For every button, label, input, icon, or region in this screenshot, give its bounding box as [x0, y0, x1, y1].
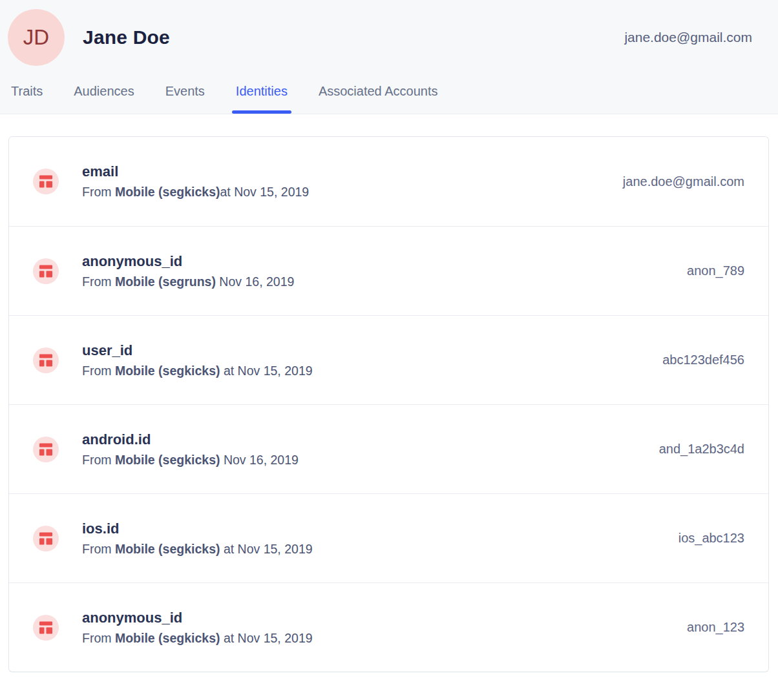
layout-template-icon	[33, 347, 59, 373]
identity-source-line: From Mobile (segkicks) at Nov 15, 2019	[82, 364, 647, 378]
identity-row: email From Mobile (segkicks)at Nov 15, 2…	[9, 137, 768, 226]
identity-row-main: android.id From Mobile (segkicks) Nov 16…	[82, 431, 644, 468]
identity-from-label: From	[82, 274, 115, 289]
profile-header: JD Jane Doe jane.doe@gmail.com Traits Au…	[0, 0, 778, 114]
identity-row: ios.id From Mobile (segkicks) at Nov 15,…	[9, 493, 768, 582]
identity-row: anonymous_id From Mobile (segkicks) at N…	[9, 582, 768, 672]
identity-row-main: user_id From Mobile (segkicks) at Nov 15…	[82, 342, 647, 378]
identity-from-label: From	[82, 631, 115, 645]
identity-row: android.id From Mobile (segkicks) Nov 16…	[9, 404, 768, 493]
identity-from-label: From	[82, 185, 115, 199]
tab-label: Traits	[11, 84, 43, 98]
identity-source: Mobile (segkicks)	[115, 542, 220, 556]
tab-label: Associated Accounts	[319, 84, 438, 98]
profile-email: jane.doe@gmail.com	[624, 30, 752, 45]
identity-from-label: From	[82, 542, 115, 556]
identity-name: user_id	[82, 342, 647, 359]
identity-date: at Nov 15, 2019	[220, 631, 312, 645]
identity-row: user_id From Mobile (segkicks) at Nov 15…	[9, 315, 768, 404]
identity-row-main: ios.id From Mobile (segkicks) at Nov 15,…	[82, 520, 663, 557]
identity-row: anonymous_id From Mobile (segruns) Nov 1…	[9, 226, 768, 315]
identity-value: jane.doe@gmail.com	[623, 174, 744, 189]
identity-source-line: From Mobile (segkicks) at Nov 15, 2019	[82, 631, 671, 646]
identity-row-main: email From Mobile (segkicks)at Nov 15, 2…	[82, 163, 607, 200]
identity-from-label: From	[82, 364, 115, 378]
tab-identities[interactable]: Identities	[236, 84, 288, 114]
identity-value: and_1a2b3c4d	[659, 442, 744, 457]
avatar: JD	[8, 9, 65, 66]
identity-row-main: anonymous_id From Mobile (segruns) Nov 1…	[82, 253, 671, 289]
identity-name: anonymous_id	[82, 610, 671, 626]
identity-date: at Nov 15, 2019	[220, 364, 312, 378]
layout-template-icon	[33, 437, 59, 462]
identity-name: android.id	[82, 431, 644, 448]
identity-name: ios.id	[82, 520, 663, 537]
main-content: email From Mobile (segkicks)at Nov 15, 2…	[0, 114, 778, 672]
identity-row-main: anonymous_id From Mobile (segkicks) at N…	[82, 610, 671, 646]
identity-source-line: From Mobile (segkicks) at Nov 15, 2019	[82, 542, 663, 557]
tab-label: Identities	[236, 84, 288, 98]
identity-name: anonymous_id	[82, 253, 671, 270]
identity-date: at Nov 15, 2019	[220, 185, 309, 199]
identities-card: email From Mobile (segkicks)at Nov 15, 2…	[8, 136, 769, 672]
identity-date: at Nov 15, 2019	[220, 542, 312, 556]
identity-date: Nov 16, 2019	[220, 453, 298, 467]
identity-source-line: From Mobile (segkicks) Nov 16, 2019	[82, 453, 644, 468]
identity-source: Mobile (segruns)	[115, 274, 216, 289]
tab-label: Audiences	[74, 84, 134, 98]
identity-value: anon_123	[687, 620, 744, 635]
identity-value: abc123def456	[662, 353, 744, 367]
identity-source: Mobile (segkicks)	[115, 453, 220, 467]
identity-source: Mobile (segkicks)	[115, 185, 220, 199]
tab-associated-accounts[interactable]: Associated Accounts	[319, 84, 438, 114]
tab-events[interactable]: Events	[165, 84, 205, 114]
tab-label: Events	[165, 84, 205, 98]
identity-list: email From Mobile (segkicks)at Nov 15, 2…	[9, 137, 768, 672]
page-title: Jane Doe	[83, 26, 170, 48]
identity-source-line: From Mobile (segruns) Nov 16, 2019	[82, 274, 671, 289]
tab-audiences[interactable]: Audiences	[74, 84, 134, 114]
identity-from-label: From	[82, 453, 115, 467]
profile-header-top: JD Jane Doe jane.doe@gmail.com	[0, 0, 778, 66]
avatar-initials: JD	[23, 25, 49, 50]
tab-traits[interactable]: Traits	[11, 84, 43, 114]
identity-value: anon_789	[687, 263, 744, 278]
identity-source: Mobile (segkicks)	[115, 364, 220, 378]
identity-name: email	[82, 163, 607, 180]
identity-date: Nov 16, 2019	[216, 274, 294, 289]
layout-template-icon	[33, 615, 59, 641]
tab-bar: Traits Audiences Events Identities Assoc…	[0, 84, 778, 114]
layout-template-icon	[33, 258, 59, 284]
identity-source-line: From Mobile (segkicks)at Nov 15, 2019	[82, 185, 607, 200]
identity-source: Mobile (segkicks)	[115, 631, 220, 645]
identity-value: ios_abc123	[678, 531, 744, 546]
layout-template-icon	[33, 169, 59, 194]
layout-template-icon	[33, 526, 59, 551]
